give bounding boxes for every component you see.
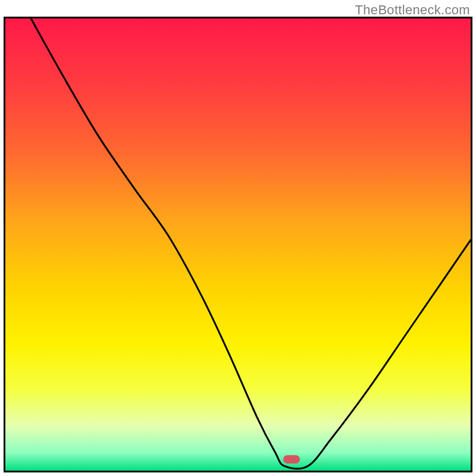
watermark-text: TheBottleneck.com	[355, 2, 470, 18]
optimal-marker	[283, 455, 300, 464]
bottleneck-curve	[5, 18, 471, 471]
chart-frame	[4, 17, 472, 472]
